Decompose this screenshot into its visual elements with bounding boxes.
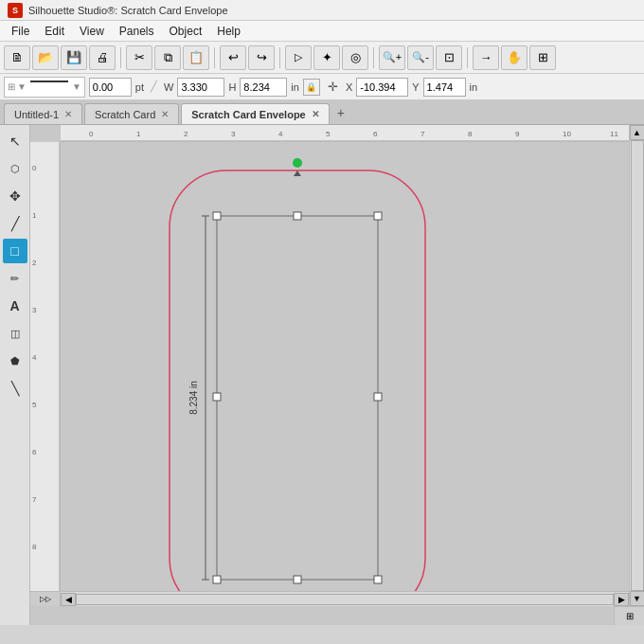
svg-rect-35 — [374, 212, 382, 220]
close-tab-untitled[interactable]: ✕ — [64, 109, 72, 119]
ruler-horizontal: 0 1 2 3 4 5 6 7 8 9 10 11 12 — [61, 125, 629, 142]
menu-help[interactable]: Help — [209, 23, 248, 40]
app-icon: S — [8, 3, 23, 18]
print-button[interactable]: 🖨 — [89, 45, 116, 70]
zoom-in-button[interactable]: 🔍+ — [379, 45, 405, 70]
cut-studio-button[interactable]: ✦ — [313, 45, 340, 70]
main-toolbar: 🗎 📂 💾 🖨 ✂ ⧉ 📋 ↩ ↪ ▷ ✦ ◎ 🔍+ 🔍- ⊡ → ✋ ⊞ — [0, 42, 644, 74]
svg-text:4: 4 — [278, 130, 283, 138]
pan-tool[interactable]: ✥ — [3, 184, 27, 208]
paste-button[interactable]: 📋 — [183, 45, 209, 70]
tab-untitled[interactable]: Untitled-1 ✕ — [4, 103, 82, 124]
svg-point-41 — [293, 158, 302, 168]
y-input[interactable] — [423, 78, 466, 97]
undo-button[interactable]: ↩ — [220, 45, 246, 70]
scroll-horizontal-track[interactable] — [76, 594, 614, 605]
svg-rect-36 — [213, 393, 221, 401]
svg-rect-33 — [213, 212, 221, 220]
design-canvas[interactable]: 0 1 2 3 4 5 6 7 8 9 10 11 12 0 1 2 — [30, 125, 644, 625]
unit2-label: in — [470, 81, 478, 93]
svg-rect-39 — [294, 576, 301, 583]
svg-text:6: 6 — [32, 448, 37, 456]
menu-object[interactable]: Object — [162, 23, 210, 40]
tab-bar: Untitled-1 ✕ Scratch Card ✕ Scratch Card… — [0, 100, 644, 125]
menu-view[interactable]: View — [72, 23, 112, 40]
toolbar-sep-2 — [214, 47, 215, 68]
open-button[interactable]: 📂 — [32, 45, 59, 70]
svg-text:2: 2 — [184, 130, 188, 138]
nav-corner-button[interactable]: ▷ ▷ — [30, 591, 61, 606]
x-label: X — [346, 81, 352, 93]
close-tab-envelope[interactable]: ✕ — [312, 109, 319, 119]
lock-btn[interactable]: 🔒 — [303, 79, 320, 96]
node-edit-tool[interactable]: ⬡ — [3, 156, 27, 181]
redo-button[interactable]: ↪ — [248, 45, 275, 70]
scroll-horizontal: ◀ ▶ — [61, 591, 629, 606]
svg-text:9: 9 — [515, 130, 520, 138]
svg-text:3: 3 — [231, 130, 236, 138]
trace-button[interactable]: ◎ — [342, 45, 368, 70]
svg-text:1: 1 — [136, 130, 141, 138]
close-tab-scratch-card[interactable]: ✕ — [161, 109, 169, 119]
expand-button[interactable]: ⊞ — [529, 45, 556, 70]
svg-text:3: 3 — [32, 306, 37, 314]
corner-button[interactable]: ⊞ — [614, 606, 644, 625]
select-tool[interactable]: ↖ — [3, 129, 27, 153]
svg-text:5: 5 — [326, 130, 331, 138]
properties-bar: ⊞ ▼ ▼ pt ╱ W H in 🔒 ✛ X Y in — [0, 74, 644, 100]
draw-tool[interactable]: ✏ — [3, 266, 27, 291]
copy-button[interactable]: ⧉ — [154, 45, 181, 70]
save-button[interactable]: 💾 — [61, 45, 87, 70]
design-svg[interactable]: 8.234 in 3.330 in — [61, 142, 629, 591]
scroll-vertical-track[interactable] — [631, 140, 644, 591]
tab-scratch-card-envelope[interactable]: Scratch Card Envelope ✕ — [181, 103, 329, 124]
line-width-input[interactable] — [89, 78, 132, 97]
toolbar-sep-5 — [467, 47, 468, 68]
svg-text:5: 5 — [32, 401, 37, 409]
eraser-tool[interactable]: ◫ — [3, 321, 27, 346]
svg-rect-37 — [374, 393, 382, 401]
shape-tool[interactable]: □ — [3, 239, 27, 263]
svg-text:4: 4 — [32, 353, 37, 362]
svg-text:0: 0 — [89, 130, 94, 138]
menu-file[interactable]: File — [4, 23, 37, 40]
tab-scratch-card[interactable]: Scratch Card ✕ — [84, 103, 179, 124]
grab-button[interactable]: ✋ — [501, 45, 528, 70]
svg-rect-34 — [294, 212, 301, 220]
toolbar-sep-3 — [279, 47, 280, 68]
svg-text:10: 10 — [563, 130, 571, 138]
width-input[interactable] — [177, 78, 224, 97]
cut-button[interactable]: ✂ — [126, 45, 152, 70]
line-tool[interactable]: ╱ — [3, 211, 27, 236]
menu-panels[interactable]: Panels — [112, 23, 162, 40]
svg-text:1: 1 — [32, 211, 37, 220]
menu-edit[interactable]: Edit — [37, 23, 72, 40]
height-label: H — [228, 81, 236, 93]
fill-tool[interactable]: ⬟ — [3, 349, 27, 373]
menu-bar: File Edit View Panels Object Help — [0, 21, 644, 42]
height-input[interactable] — [240, 78, 287, 97]
svg-text:8.234 in: 8.234 in — [188, 381, 199, 415]
scroll-vertical: ▲ ▼ — [629, 125, 644, 606]
new-button[interactable]: 🗎 — [4, 45, 30, 70]
text-tool[interactable]: A — [3, 294, 27, 318]
svg-text:7: 7 — [32, 495, 37, 504]
knife-tool[interactable]: ╲ — [3, 376, 27, 401]
scroll-right-button[interactable]: ▶ — [614, 593, 629, 606]
svg-text:2: 2 — [32, 259, 37, 267]
scroll-left-button[interactable]: ◀ — [61, 593, 76, 606]
send-button[interactable]: ▷ — [285, 45, 312, 70]
scroll-down-button[interactable]: ▼ — [630, 591, 645, 606]
fit-button[interactable]: ⊡ — [436, 45, 462, 70]
x-input[interactable] — [356, 78, 408, 97]
unit-label: in — [291, 81, 299, 93]
svg-text:7: 7 — [420, 130, 425, 138]
svg-rect-26 — [61, 142, 629, 591]
zoom-out-button[interactable]: 🔍- — [407, 45, 434, 70]
scroll-up-button[interactable]: ▲ — [630, 125, 645, 140]
move-right-button[interactable]: → — [473, 45, 499, 70]
width-label: W — [164, 81, 173, 93]
pt-label: pt — [135, 81, 144, 93]
add-tab-button[interactable]: + — [331, 103, 350, 122]
svg-text:11: 11 — [610, 130, 618, 138]
